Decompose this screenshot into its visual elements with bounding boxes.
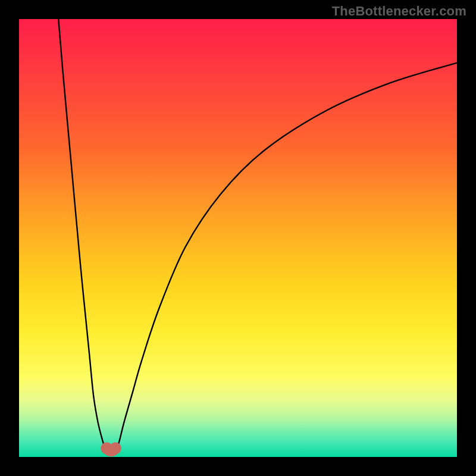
valley-node-right [109, 442, 121, 454]
left-curve [58, 19, 107, 448]
watermark-text: TheBottlenecker.com [332, 4, 466, 19]
chart-svg [19, 19, 457, 457]
chart-area [19, 19, 457, 457]
right-curve [115, 63, 457, 449]
